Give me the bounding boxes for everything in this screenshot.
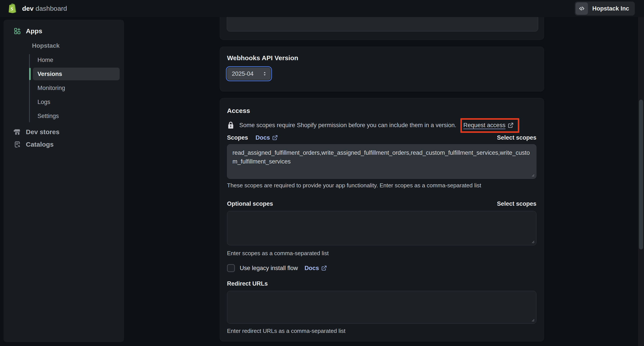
select-optional-scopes-button[interactable]: Select scopes xyxy=(497,200,536,207)
external-link-icon xyxy=(272,135,278,141)
storefront-icon xyxy=(14,128,21,136)
app-title-primary: dev xyxy=(22,5,34,12)
legacy-install-row: Use legacy install flow Docs xyxy=(227,263,536,273)
code-icon xyxy=(576,2,588,15)
webhooks-version-card: Webhooks API Version 2025-04 xyxy=(220,47,544,91)
external-link-icon xyxy=(321,265,327,271)
main-content: Webhooks API Version 2025-04 Access Some… xyxy=(220,0,544,342)
sidebar-item-label: Apps xyxy=(26,27,42,35)
page-scrollbar-track[interactable] xyxy=(638,17,644,346)
apps-grid-plus-icon xyxy=(14,27,21,35)
api-version-value: 2025-04 xyxy=(232,70,254,77)
scopes-helper-text: These scopes are required to provide you… xyxy=(227,181,536,189)
app-title: devdashboard xyxy=(22,5,67,12)
sidebar-item-apps[interactable]: Apps xyxy=(4,26,124,36)
legacy-install-docs-link[interactable]: Docs xyxy=(304,265,327,272)
optional-scopes-label: Optional scopes xyxy=(227,200,273,207)
screen: { "colors": { "page-bg": "#0d1013", "top… xyxy=(0,0,644,346)
sidebar-item-dev-stores[interactable]: Dev stores xyxy=(4,126,124,138)
sidebar-item-versions[interactable]: Versions xyxy=(33,68,120,80)
sidebar-item-home[interactable]: Home xyxy=(33,53,120,67)
scopes-docs-link[interactable]: Docs xyxy=(256,134,278,141)
org-switcher-button[interactable]: Hopstack Inc xyxy=(575,1,635,15)
external-link-icon xyxy=(508,122,514,128)
brand: S devdashboard xyxy=(7,3,67,14)
redirect-urls-textarea[interactable] xyxy=(227,291,536,324)
docs-link-label: Docs xyxy=(304,265,319,272)
sidebar: Apps Hopstack Home Versions Monitoring L… xyxy=(4,20,124,342)
access-card-title: Access xyxy=(227,107,536,114)
scopes-label: Scopes xyxy=(227,134,248,141)
request-access-link[interactable]: Request access xyxy=(464,122,506,129)
sidebar-item-monitoring[interactable]: Monitoring xyxy=(33,81,120,95)
chevron-up-down-icon xyxy=(262,71,267,76)
permission-note: Some scopes require Shopify permission b… xyxy=(227,121,536,130)
optional-scopes-field-wrap xyxy=(227,211,536,245)
org-name: Hopstack Inc xyxy=(592,5,629,12)
sidebar-item-logs[interactable]: Logs xyxy=(33,95,120,109)
webhooks-card-title: Webhooks API Version xyxy=(227,54,537,62)
legacy-install-checkbox[interactable] xyxy=(227,264,235,272)
docs-link-label: Docs xyxy=(256,134,270,141)
select-scopes-button[interactable]: Select scopes xyxy=(497,134,536,141)
request-access-link-wrap: Request access xyxy=(464,122,514,129)
optional-scopes-header-row: Optional scopes Select scopes xyxy=(227,200,536,208)
access-card: Access Some scopes require Shopify permi… xyxy=(220,98,544,342)
shopify-logo-icon: S xyxy=(7,3,17,14)
redirect-urls-helper-text: Enter redirect URLs as a comma-separated… xyxy=(227,327,536,335)
page-scrollbar-thumb[interactable] xyxy=(639,100,643,249)
legacy-install-label: Use legacy install flow xyxy=(240,265,298,272)
scopes-textarea[interactable]: read_assigned_fulfillment_orders,write_a… xyxy=(227,144,536,179)
api-version-select[interactable]: 2025-04 xyxy=(227,67,271,80)
sidebar-item-settings[interactable]: Settings xyxy=(33,109,120,123)
permission-note-text: Some scopes require Shopify permission b… xyxy=(239,122,456,129)
sidebar-item-catalogs[interactable]: Catalogs xyxy=(4,138,124,151)
catalog-icon xyxy=(14,141,21,148)
app-title-secondary: dashboard xyxy=(36,5,67,12)
sidebar-item-label: Dev stores xyxy=(26,128,60,136)
redirect-urls-label: Redirect URLs xyxy=(227,280,268,287)
redirect-urls-field-wrap xyxy=(227,291,536,324)
optional-scopes-textarea[interactable] xyxy=(227,211,536,245)
sidebar-item-label: Catalogs xyxy=(26,141,54,148)
sidebar-app-name: Hopstack xyxy=(32,42,124,49)
scopes-header-row: Scopes Docs Select scopes xyxy=(227,134,536,142)
lock-icon xyxy=(227,121,234,129)
svg-text:S: S xyxy=(10,6,14,11)
redirect-urls-header-row: Redirect URLs xyxy=(227,280,536,288)
topbar: S devdashboard Hopstack Inc xyxy=(0,0,644,17)
scopes-field-wrap: read_assigned_fulfillment_orders,write_a… xyxy=(227,144,536,179)
optional-scopes-helper-text: Enter scopes as a comma-separated list xyxy=(227,249,536,257)
app-subnav: Home Versions Monitoring Logs Settings xyxy=(29,53,123,123)
sidebar-bottom-nav: Dev stores Catalogs xyxy=(4,126,124,151)
